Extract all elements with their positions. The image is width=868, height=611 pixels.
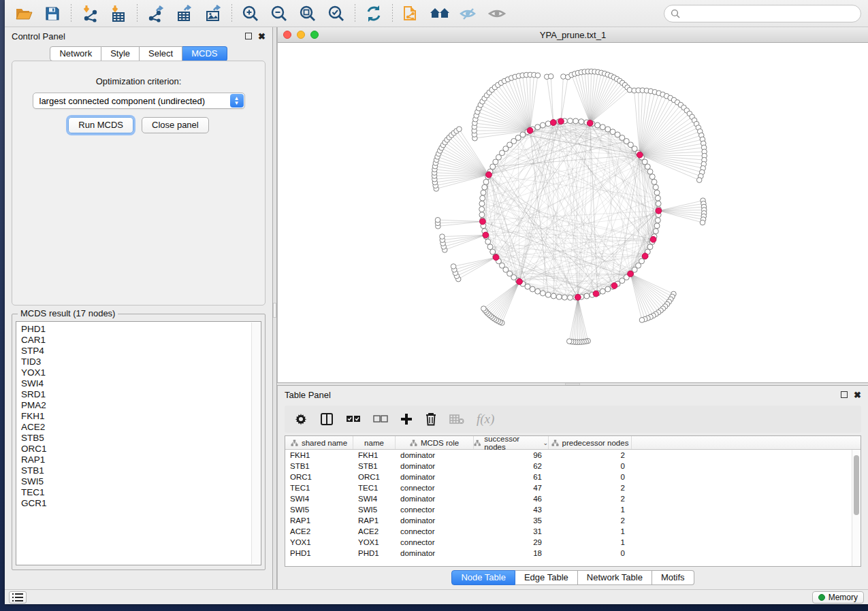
graph-node[interactable] [551, 293, 556, 299]
list-item[interactable]: SRD1 [21, 389, 261, 400]
graph-node[interactable] [562, 295, 567, 300]
graph-hub-node[interactable] [637, 152, 643, 158]
import-table-button[interactable] [106, 3, 131, 24]
list-item[interactable]: PHD1 [21, 324, 261, 335]
graph-hub-node[interactable] [656, 208, 662, 214]
list-item[interactable]: YOX1 [21, 367, 261, 378]
list-item[interactable]: ACE2 [21, 422, 261, 433]
graph-node[interactable] [655, 195, 660, 201]
graph-hub-node[interactable] [493, 254, 499, 261]
graph-hub-node[interactable] [558, 118, 564, 125]
graph-hub-node[interactable] [611, 283, 617, 289]
list-item[interactable]: GCR1 [21, 498, 261, 509]
graph-node[interactable] [654, 223, 660, 229]
export-image-button[interactable] [201, 3, 225, 24]
graph-node[interactable] [480, 195, 485, 201]
graph-node[interactable] [479, 201, 485, 206]
list-item[interactable]: FKH1 [21, 411, 261, 422]
table-row[interactable]: ORC1ORC1dominator610 [285, 472, 852, 482]
splitter-grip[interactable] [565, 383, 580, 385]
graph-node[interactable] [566, 339, 572, 344]
tab-motifs[interactable]: Motifs [652, 570, 694, 585]
search-input[interactable] [684, 8, 854, 18]
list-item[interactable]: STB5 [21, 433, 261, 444]
graph-node[interactable] [483, 179, 489, 184]
close-panel-icon[interactable]: ✖ [258, 32, 266, 41]
graph-node[interactable] [639, 318, 645, 323]
graph-node[interactable] [584, 293, 590, 299]
table-scrollbar-thumb[interactable] [854, 455, 859, 515]
tab-style[interactable]: Style [101, 46, 140, 61]
graph-hub-node[interactable] [527, 127, 533, 133]
network-canvas[interactable] [278, 43, 868, 382]
table-row[interactable]: ACE2ACE2connector311 [285, 526, 852, 537]
graph-node[interactable] [647, 169, 653, 174]
graph-node[interactable] [487, 244, 493, 250]
export-network-button[interactable] [144, 3, 168, 24]
vertical-splitter[interactable] [272, 27, 277, 589]
create-column-button[interactable] [400, 413, 413, 425]
criterion-select[interactable]: largest connected component (undirected)… [33, 93, 245, 109]
table-row[interactable]: FKH1FKH1dominator962 [285, 450, 852, 461]
list-item[interactable]: TID3 [21, 357, 261, 367]
deselect-all-columns-button[interactable] [373, 415, 388, 423]
graph-node[interactable] [451, 264, 456, 269]
table-row[interactable]: SWI4SWI4dominator462 [285, 493, 852, 504]
export-table-button[interactable] [172, 3, 197, 24]
graph-node[interactable] [490, 249, 496, 254]
graph-node[interactable] [440, 234, 445, 240]
graph-node[interactable] [700, 220, 705, 225]
zoom-in-button[interactable] [238, 3, 263, 24]
graph-node[interactable] [479, 212, 485, 218]
graph-node[interactable] [647, 244, 653, 250]
tab-mcds[interactable]: MCDS [182, 46, 227, 61]
graph-node[interactable] [481, 190, 486, 195]
zoom-selected-button[interactable] [324, 3, 349, 24]
hide-selected-button[interactable] [456, 3, 481, 24]
graph-node[interactable] [568, 295, 573, 300]
tab-edge-table[interactable]: Edge Table [515, 570, 578, 585]
graph-hub-node[interactable] [593, 291, 599, 297]
graph-node[interactable] [645, 164, 650, 169]
graph-hub-node[interactable] [650, 237, 656, 243]
graph-node[interactable] [653, 229, 658, 234]
list-item[interactable]: STP4 [21, 346, 261, 357]
float-panel-icon[interactable] [841, 391, 848, 398]
close-panel-icon[interactable]: ✖ [854, 391, 861, 399]
run-mcds-button[interactable]: Run MCDS [68, 117, 133, 133]
graph-node[interactable] [595, 122, 600, 128]
select-all-columns-button[interactable] [346, 415, 361, 423]
graph-hub-node[interactable] [642, 253, 648, 259]
graph-node[interactable] [457, 127, 462, 132]
splitter-grip[interactable] [273, 303, 276, 318]
graph-hub-node[interactable] [517, 278, 523, 284]
graph-node[interactable] [654, 190, 660, 195]
graph-node[interactable] [653, 184, 658, 190]
list-item[interactable]: PMA2 [21, 400, 261, 411]
list-item[interactable]: SWI4 [21, 378, 261, 389]
graph-node[interactable] [540, 122, 545, 128]
first-neighbors-button[interactable] [428, 3, 452, 24]
table-row[interactable]: STB1STB1dominator620 [285, 461, 852, 472]
column-header-MCDS-role[interactable]: MCDS role [396, 436, 474, 449]
tab-network[interactable]: Network [50, 46, 101, 61]
graph-node[interactable] [556, 294, 562, 299]
column-header-name[interactable]: name [353, 436, 396, 449]
graph-node[interactable] [600, 125, 605, 130]
graph-node[interactable] [530, 286, 535, 292]
tab-select[interactable]: Select [140, 46, 182, 61]
graph-node[interactable] [605, 286, 611, 292]
graph-node[interactable] [579, 119, 584, 125]
graph-node[interactable] [535, 288, 541, 294]
graph-node[interactable] [535, 125, 541, 130]
clone-network-button[interactable] [399, 3, 423, 24]
show-all-button[interactable] [485, 3, 509, 24]
zoom-fit-button[interactable] [295, 3, 320, 24]
graph-hub-node[interactable] [486, 171, 492, 178]
float-panel-icon[interactable] [245, 33, 252, 39]
list-item[interactable]: SWI5 [21, 476, 261, 487]
task-history-button[interactable] [9, 591, 27, 604]
graph-node[interactable] [649, 174, 655, 180]
graph-node[interactable] [485, 239, 491, 244]
graph-node[interactable] [656, 201, 661, 206]
